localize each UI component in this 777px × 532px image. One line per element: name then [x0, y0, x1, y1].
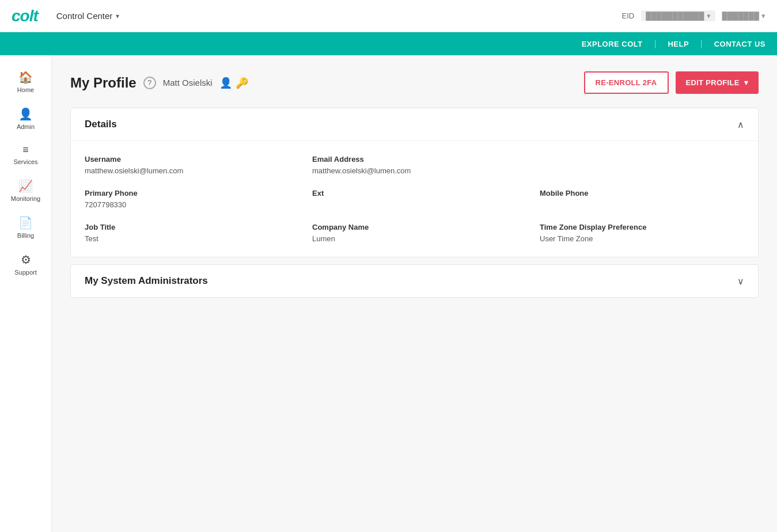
- company-name-label: Company Name: [312, 223, 517, 231]
- system-admins-section: My System Administrators ∨: [70, 264, 759, 298]
- job-title-label: Job Title: [85, 223, 289, 231]
- help-icon[interactable]: ?: [143, 77, 156, 89]
- username-label: Username: [85, 155, 289, 164]
- main-layout: 🏠 Home 👤 Admin ≡ Services 📈 Monitoring 📄…: [0, 55, 777, 532]
- mobile-phone-label: Mobile Phone: [540, 189, 744, 197]
- primary-phone-label: Primary Phone: [85, 189, 289, 197]
- system-admins-expand-icon[interactable]: ∨: [737, 276, 744, 287]
- teal-nav-bar: EXPLORE COLT | HELP | CONTACT US: [0, 32, 777, 55]
- details-section: Details ∧ Username matthew.osielski@lume…: [70, 108, 759, 257]
- system-admins-section-header[interactable]: My System Administrators ∨: [71, 265, 758, 297]
- sidebar-item-label-support: Support: [14, 269, 37, 276]
- eid-value-dropdown[interactable]: ███████████ ▾: [641, 10, 715, 21]
- sidebar: 🏠 Home 👤 Admin ≡ Services 📈 Monitoring 📄…: [0, 55, 52, 532]
- company-name-field: Company Name Lumen: [312, 223, 517, 243]
- timezone-label: Time Zone Display Preference: [540, 223, 744, 231]
- sidebar-item-label-monitoring: Monitoring: [11, 195, 40, 202]
- eid-label: EID: [622, 12, 635, 20]
- user-dropdown[interactable]: ███████ ▾: [722, 12, 765, 20]
- re-enroll-2fa-button[interactable]: RE-ENROLL 2FA: [584, 71, 669, 94]
- billing-icon: 📄: [18, 216, 33, 230]
- profile-icons: 👤 🔑: [219, 77, 248, 89]
- details-grid: Username matthew.osielski@lumen.com Emai…: [85, 150, 744, 243]
- sidebar-item-billing[interactable]: 📄 Billing: [3, 210, 49, 245]
- details-section-header[interactable]: Details ∧: [71, 108, 758, 140]
- home-icon: 🏠: [18, 70, 33, 84]
- email-label: Email Address: [312, 155, 517, 164]
- separator-2: |: [700, 39, 703, 48]
- username-field: Username matthew.osielski@lumen.com: [85, 155, 289, 175]
- company-name-value: Lumen: [312, 234, 335, 243]
- control-center-dropdown[interactable]: Control Center ▾: [56, 11, 120, 21]
- timezone-value: User Time Zone: [540, 234, 593, 243]
- profile-header: My Profile ? Matt Osielski 👤 🔑 RE-ENROLL…: [70, 71, 759, 94]
- job-title-value: Test: [85, 234, 98, 243]
- content-area: My Profile ? Matt Osielski 👤 🔑 RE-ENROLL…: [52, 55, 777, 532]
- sidebar-item-label-billing: Billing: [17, 232, 34, 239]
- empty-field-1: [540, 155, 744, 175]
- email-field: Email Address matthew.osielski@lumen.com: [312, 155, 517, 175]
- monitoring-icon: 📈: [18, 179, 33, 193]
- help-link[interactable]: HELP: [668, 40, 689, 48]
- sidebar-item-admin[interactable]: 👤 Admin: [3, 101, 49, 136]
- sidebar-item-services[interactable]: ≡ Services: [3, 138, 49, 171]
- mobile-phone-field: Mobile Phone: [540, 189, 744, 209]
- sidebar-item-monitoring[interactable]: 📈 Monitoring: [3, 173, 49, 208]
- timezone-field: Time Zone Display Preference User Time Z…: [540, 223, 744, 243]
- colt-logo: colt: [12, 7, 38, 25]
- chevron-down-icon: ▾: [116, 12, 119, 20]
- user-edit-icon[interactable]: 👤: [219, 77, 232, 89]
- edit-profile-chevron-icon: ▾: [744, 78, 748, 87]
- edit-profile-button[interactable]: EDIT PROFILE ▾: [676, 71, 759, 94]
- separator-1: |: [654, 39, 657, 48]
- services-icon: ≡: [22, 144, 29, 156]
- email-value: matthew.osielski@lumen.com: [312, 166, 411, 175]
- sidebar-item-label-admin: Admin: [17, 123, 35, 130]
- admin-icon: 👤: [18, 107, 33, 121]
- primary-phone-value: 7207798330: [85, 200, 126, 209]
- system-admins-title: My System Administrators: [85, 275, 208, 287]
- profile-user-name: Matt Osielski: [163, 78, 213, 88]
- sidebar-item-home[interactable]: 🏠 Home: [3, 64, 49, 99]
- sidebar-item-support[interactable]: ⚙ Support: [3, 247, 49, 282]
- sidebar-item-label-home: Home: [17, 86, 34, 93]
- support-icon: ⚙: [21, 253, 31, 267]
- contact-us-link[interactable]: CONTACT US: [714, 40, 765, 48]
- top-header: colt Control Center ▾ EID ███████████ ▾ …: [0, 0, 777, 32]
- details-section-title: Details: [85, 119, 117, 130]
- explore-colt-link[interactable]: EXPLORE COLT: [582, 40, 643, 48]
- profile-actions: RE-ENROLL 2FA EDIT PROFILE ▾: [584, 71, 759, 94]
- primary-phone-field: Primary Phone 7207798330: [85, 189, 289, 209]
- details-collapse-icon[interactable]: ∧: [737, 119, 744, 130]
- key-icon[interactable]: 🔑: [236, 77, 248, 89]
- job-title-field: Job Title Test: [85, 223, 289, 243]
- sidebar-item-label-services: Services: [13, 158, 37, 165]
- page-title: My Profile: [70, 75, 137, 91]
- header-right: EID ███████████ ▾ ███████ ▾: [622, 10, 765, 21]
- profile-title-area: My Profile ? Matt Osielski 👤 🔑: [70, 75, 248, 91]
- ext-field: Ext: [312, 189, 517, 209]
- eid-chevron-icon: ▾: [707, 12, 711, 20]
- ext-label: Ext: [312, 189, 517, 197]
- details-section-body: Username matthew.osielski@lumen.com Emai…: [71, 140, 758, 257]
- username-value: matthew.osielski@lumen.com: [85, 166, 183, 175]
- user-chevron-icon: ▾: [761, 12, 765, 20]
